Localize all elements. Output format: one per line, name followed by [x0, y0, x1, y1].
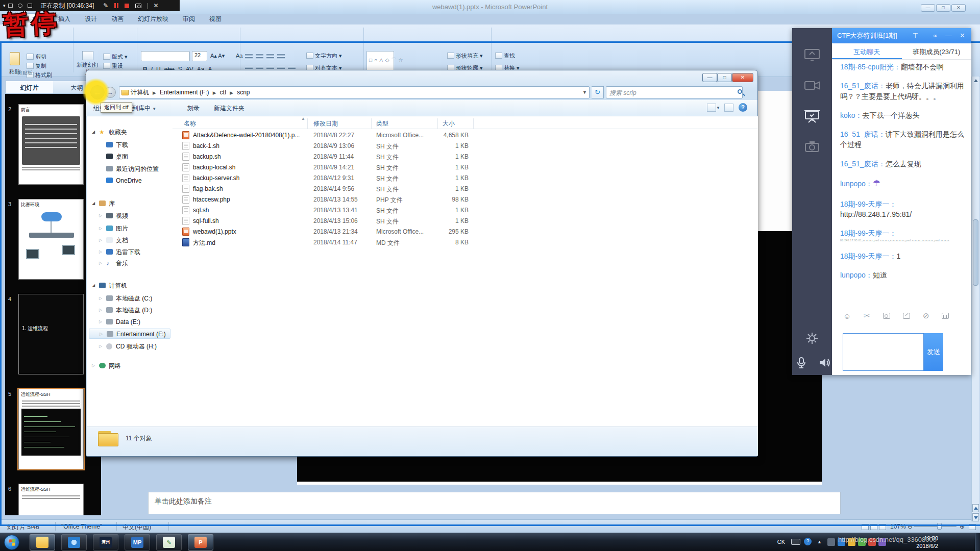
collapse-icon[interactable]: ◢	[92, 281, 95, 291]
notes-pane[interactable]: 单击此处添加备注	[148, 492, 841, 514]
column-date[interactable]: 修改日期	[313, 119, 338, 128]
breadcrumb-item[interactable]: ctf	[220, 89, 227, 96]
table-row[interactable]: Attack&Defence-wdeil-20180408(1).p...201…	[173, 130, 758, 141]
expand-icon[interactable]: ▷	[99, 258, 102, 268]
refresh-icon[interactable]: ↻	[592, 86, 604, 98]
tab-幻灯片放映[interactable]: 幻灯片放映	[132, 13, 175, 26]
clean-icon[interactable]	[942, 313, 949, 319]
table-row[interactable]: webawd(1).pptx2018/4/13 21:34Microsoft O…	[173, 227, 758, 237]
pencil-icon[interactable]: ✎	[103, 2, 108, 9]
maximize-icon[interactable]: □	[936, 4, 950, 12]
maximize-icon[interactable]: □	[717, 73, 732, 82]
expand-icon[interactable]: ▷	[99, 305, 102, 315]
taskbar-app-player[interactable]	[61, 534, 87, 550]
expand-icon[interactable]: ▷	[99, 317, 102, 327]
edit-icon[interactable]	[903, 313, 910, 319]
slide-thumbnail-3[interactable]: 比赛环境	[18, 199, 84, 280]
microphone-icon[interactable]	[796, 357, 806, 368]
snapshot-camera-icon[interactable]	[804, 140, 820, 154]
collapse-icon[interactable]: ◢	[92, 127, 95, 137]
close-icon[interactable]: ✕	[960, 28, 965, 43]
table-row[interactable]: flag-bak.sh2018/4/14 9:56SH 文件1 KB	[173, 184, 758, 194]
message-sender[interactable]: 18期-85-cpu阳光：	[840, 63, 901, 71]
slide-thumbnail-5[interactable]: 运维流程-SSH	[18, 389, 84, 469]
table-row[interactable]: backup-server.sh2018/4/12 9:31SH 文件1 KB	[173, 173, 758, 184]
settings-gear-icon[interactable]	[804, 332, 820, 345]
address-dropdown-icon[interactable]: ▼	[582, 90, 587, 95]
table-row[interactable]: 方法.md2018/4/14 11:47MD 文件8 KB	[173, 237, 758, 248]
sidebar-item-Entertainment (F:)[interactable]: ▷Entertainment (F:)	[89, 329, 170, 339]
help-icon[interactable]: ?	[739, 103, 747, 112]
table-row[interactable]: sql-full.sh2018/4/13 15:06SH 文件1 KB	[173, 216, 758, 227]
taskbar-app-explorer[interactable]	[30, 534, 55, 550]
screen-share-icon[interactable]	[804, 48, 820, 62]
expand-icon[interactable]: ▷	[99, 293, 102, 304]
tab-视图[interactable]: 视图	[203, 13, 228, 26]
font-size-input[interactable]: 22	[192, 51, 207, 61]
expand-icon[interactable]: ▷	[99, 223, 102, 234]
send-button[interactable]: 发送	[924, 333, 943, 371]
recorder-window-icon[interactable]	[8, 4, 13, 8]
cut-button[interactable]: 剪切	[27, 53, 46, 61]
message-input[interactable]	[843, 333, 924, 371]
message-sender[interactable]: 18期-99-天摩一：	[840, 252, 896, 260]
recorder-menu-icon[interactable]: ▾	[3, 3, 6, 8]
tray-expand-icon[interactable]: ▲	[817, 539, 822, 544]
tray-icon[interactable]	[827, 538, 835, 546]
expand-icon[interactable]: ▷	[99, 211, 102, 221]
breadcrumb-item[interactable]: 计算机	[131, 89, 149, 96]
grow-font-icon[interactable]: A▴ A▾	[210, 53, 225, 59]
taskbar-app-mp[interactable]: MP	[125, 534, 150, 550]
toolbar-刻录[interactable]: 刻录	[187, 104, 200, 113]
help-icon[interactable]: ?	[804, 538, 812, 545]
close-icon[interactable]: ✕	[951, 4, 966, 12]
camera-icon[interactable]	[135, 4, 141, 8]
breadcrumb[interactable]: 计算机▶Entertainment (F:)▶ctf▶scrip ▼	[119, 86, 590, 98]
image-icon[interactable]	[883, 313, 890, 319]
minimize-icon[interactable]: —	[945, 28, 952, 43]
breadcrumb-separator-icon[interactable]: ▶	[230, 90, 233, 95]
show-desktop-button[interactable]	[975, 533, 980, 551]
collapse-icon[interactable]: ◢	[92, 198, 95, 209]
ime-indicator[interactable]: CK	[777, 539, 785, 545]
layout-button[interactable]: 版式 ▾	[103, 53, 128, 61]
slide-thumbnail-4[interactable]: 1. 运维流程	[18, 294, 84, 374]
pin-icon[interactable]: ⊤	[913, 28, 918, 43]
expand-icon[interactable]: ▷	[92, 361, 95, 371]
message-sender[interactable]: koko：	[840, 111, 863, 119]
breadcrumb-separator-icon[interactable]: ▶	[153, 90, 156, 95]
search-input[interactable]: 搜索 scrip	[606, 86, 743, 98]
whiteboard-icon[interactable]	[804, 110, 820, 123]
next-slide-button[interactable]	[972, 513, 979, 521]
scrollbar-thumb[interactable]	[973, 219, 978, 286]
message-sender[interactable]: lunpopo：	[840, 271, 873, 279]
block-icon[interactable]: ⊘	[923, 311, 929, 320]
video-camera-icon[interactable]	[804, 79, 820, 92]
message-sender[interactable]: lunpopo：	[840, 180, 873, 188]
minimize-icon[interactable]: —	[921, 4, 935, 12]
slide-thumbnail-2[interactable]: 前言	[18, 104, 84, 185]
stop-icon[interactable]	[125, 4, 129, 8]
emoji-icon[interactable]: ☺	[843, 312, 851, 320]
preview-pane-icon[interactable]	[724, 104, 733, 112]
expand-icon[interactable]: ▷	[99, 247, 102, 257]
table-row[interactable]: sql.sh2018/4/13 13:41SH 文件1 KB	[173, 205, 758, 216]
message-sender[interactable]: 18期-99-天摩一：	[840, 229, 896, 237]
breadcrumb-item[interactable]: Entertainment (F:)	[160, 89, 209, 96]
tab-设计[interactable]: 设计	[79, 13, 103, 26]
speaker-icon[interactable]	[819, 357, 830, 368]
screenshot-scissors-icon[interactable]: ✂	[864, 311, 870, 320]
message-sender[interactable]: 18期-99-天摩一：	[840, 200, 896, 208]
scroll-up-icon[interactable]	[974, 79, 978, 82]
toolbar-新建文件夹[interactable]: 新建文件夹	[214, 104, 244, 113]
reset-button[interactable]: 重设	[103, 62, 123, 70]
tab-幻灯片[interactable]: 幻灯片	[6, 81, 53, 93]
expand-icon[interactable]: ▷	[100, 329, 103, 339]
change-view-icon[interactable]	[707, 104, 716, 112]
zoom-slider-thumb[interactable]	[937, 523, 942, 530]
column-name[interactable]: 名称	[184, 119, 196, 128]
table-row[interactable]: backup-local.sh2018/4/9 14:21SH 文件1 KB	[173, 162, 758, 173]
share-icon[interactable]: ∝	[933, 28, 938, 43]
list-buttons[interactable]	[245, 53, 288, 62]
expand-icon[interactable]: ▷	[99, 341, 102, 352]
